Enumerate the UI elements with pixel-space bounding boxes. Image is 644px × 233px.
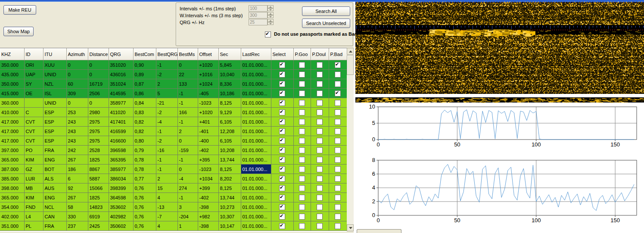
cell-itu[interactable]: ALS	[43, 174, 66, 183]
cell-id[interactable]: KIM	[24, 155, 43, 165]
cell-azimuth[interactable]: 243	[66, 127, 88, 136]
cell-distance[interactable]: 0	[88, 70, 109, 79]
cell-lastrec[interactable]: 01.01.000...	[241, 165, 271, 174]
select-checkbox[interactable]	[279, 157, 285, 163]
cell-offset[interactable]: +1016	[198, 70, 218, 79]
cell-distance[interactable]: 2980	[88, 108, 109, 117]
cell-bestcom[interactable]: 0,76	[133, 193, 156, 202]
cell-sec[interactable]: 10,147	[218, 221, 241, 231]
p-good-checkbox[interactable]	[299, 204, 305, 210]
select-checkbox[interactable]	[279, 90, 285, 96]
cell-bestcom[interactable]: 0,76	[133, 221, 156, 231]
cell-bestms[interactable]: -204	[177, 212, 198, 221]
cell-itu[interactable]: BOT	[43, 165, 66, 174]
cell-sec[interactable]: 10,307	[218, 212, 241, 221]
cell-sec[interactable]: 8,125	[218, 98, 241, 108]
cell-qrg[interactable]: 396598	[109, 146, 133, 155]
p-double-checkbox[interactable]	[317, 138, 323, 144]
cell-itu[interactable]: NCL	[43, 202, 66, 212]
cell-bestms[interactable]: 0	[177, 136, 198, 146]
cell-khz[interactable]: 365.000	[0, 193, 24, 202]
cell-khz[interactable]: 385.000	[0, 174, 24, 183]
cell-lastrec[interactable]: 01.01.000...	[241, 117, 271, 127]
cell-qrg[interactable]: 416599	[109, 127, 133, 136]
cell-bestqrg[interactable]: -4	[156, 117, 177, 127]
intervals-input[interactable]: 100	[249, 5, 268, 12]
cell-bestcom[interactable]: 0,79	[133, 146, 156, 155]
spinner-down-icon[interactable]	[268, 8, 274, 11]
cell-bestqrg[interactable]: -2	[156, 108, 177, 117]
show-map-button[interactable]: Show Map	[3, 27, 34, 36]
select-checkbox[interactable]	[279, 223, 285, 229]
cell-offset[interactable]: -401	[198, 127, 218, 136]
cell-azimuth[interactable]: 253	[66, 108, 88, 117]
cell-id[interactable]: L4	[24, 212, 43, 221]
cell-khz[interactable]: 415.000	[0, 89, 24, 98]
cell-bestms[interactable]: 0	[177, 60, 198, 70]
p-good-checkbox[interactable]	[299, 147, 305, 153]
p-good-checkbox[interactable]	[299, 119, 305, 125]
cell-bestqrg[interactable]: -1	[156, 60, 177, 70]
cell-khz[interactable]: 350.000	[0, 60, 24, 70]
cell-khz[interactable]: 417.000	[0, 117, 24, 127]
cell-azimuth[interactable]: 267	[66, 193, 88, 202]
p-double-checkbox[interactable]	[317, 214, 323, 220]
p-good-checkbox[interactable]	[299, 138, 305, 144]
cell-sec[interactable]: 8,125	[218, 183, 241, 193]
cell-bestcom[interactable]: 0,83	[133, 108, 156, 117]
cell-lastrec[interactable]: 01.01.000...	[241, 146, 271, 155]
p-bad-checkbox[interactable]	[335, 185, 341, 191]
cell-bestqrg[interactable]: -2	[156, 136, 177, 146]
cell-khz[interactable]: 398.000	[0, 183, 24, 193]
cell-khz[interactable]: 354.000	[0, 202, 24, 212]
cell-itu[interactable]: ESP	[43, 108, 66, 117]
cell-distance[interactable]: 2975	[88, 117, 109, 127]
cell-khz[interactable]: 417.000	[0, 136, 24, 146]
cell-bestqrg[interactable]: 2	[156, 174, 177, 183]
cell-azimuth[interactable]: 0	[66, 70, 88, 79]
select-checkbox[interactable]	[279, 147, 285, 153]
cell-bestms[interactable]: 1	[177, 221, 198, 231]
scrollbar-thumb[interactable]	[347, 55, 354, 75]
cell-azimuth[interactable]: 92	[66, 183, 88, 193]
p-good-checkbox[interactable]	[299, 166, 305, 172]
column-header-id[interactable]: ID	[24, 48, 43, 60]
cell-lastrec[interactable]: 01.01.000...	[241, 183, 271, 193]
cell-bestcom[interactable]: 0,86	[133, 89, 156, 98]
cell-bestms[interactable]: -1	[177, 98, 198, 108]
p-double-checkbox[interactable]	[317, 147, 323, 153]
cell-itu[interactable]: ESP	[43, 117, 66, 127]
cell-id[interactable]: PO	[24, 146, 43, 155]
cell-lastrec[interactable]: 01.01.000...	[241, 127, 271, 136]
cell-bestcom[interactable]: 0,76	[133, 202, 156, 212]
cell-azimuth[interactable]: 58	[66, 202, 88, 212]
p-bad-checkbox[interactable]	[335, 195, 341, 201]
select-checkbox[interactable]	[279, 71, 285, 78]
cell-qrg[interactable]: 417401	[109, 117, 133, 127]
cell-azimuth[interactable]: 0	[66, 98, 88, 108]
cell-itu[interactable]: CAN	[43, 212, 66, 221]
cell-lastrec[interactable]: 01.01.000...	[241, 108, 271, 117]
select-checkbox[interactable]	[279, 204, 285, 210]
spinner-up-icon[interactable]	[268, 19, 274, 22]
cell-khz[interactable]: 410.000	[0, 108, 24, 117]
cell-sec[interactable]: 6,105	[218, 136, 241, 146]
cell-khz[interactable]: 435.000	[0, 70, 24, 79]
cell-distance[interactable]: 5887	[88, 174, 109, 183]
p-double-checkbox[interactable]	[317, 119, 323, 125]
select-checkbox[interactable]	[279, 100, 285, 106]
cell-distance[interactable]: 0	[88, 98, 109, 108]
cell-qrg[interactable]: 414595	[109, 89, 133, 98]
p-double-checkbox[interactable]	[317, 223, 323, 229]
cell-khz[interactable]: 365.000	[0, 155, 24, 165]
cell-qrg[interactable]: 386034	[109, 174, 133, 183]
p-double-checkbox[interactable]	[317, 185, 323, 191]
spectrogram-display[interactable]	[355, 2, 644, 103]
p-good-checkbox[interactable]	[299, 128, 305, 134]
select-checkbox[interactable]	[279, 81, 285, 87]
cell-lastrec[interactable]: 01.01.000...	[241, 98, 271, 108]
cell-offset[interactable]: +982	[198, 212, 218, 221]
cell-sec[interactable]: 10,186	[218, 89, 241, 98]
p-double-checkbox[interactable]	[317, 62, 323, 68]
cell-distance[interactable]: 16719	[88, 79, 109, 89]
